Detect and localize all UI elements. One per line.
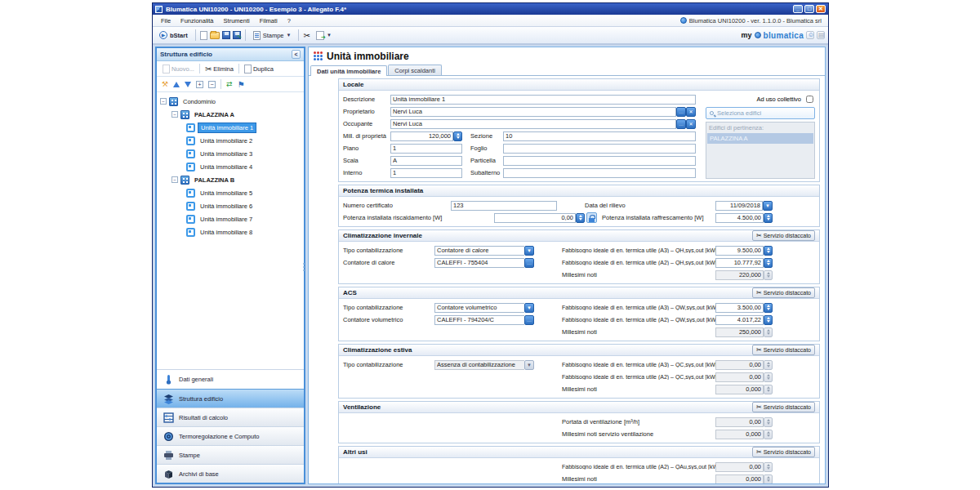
sezione-input[interactable] — [503, 131, 696, 141]
nav-stampe[interactable]: Stampe — [157, 445, 304, 464]
nav-dati-generali[interactable]: Dati generali — [157, 370, 304, 389]
spinner[interactable] — [764, 246, 773, 256]
nav-termoregolazione[interactable]: Termoregolazione e Computo — [157, 426, 304, 445]
proprietario-input[interactable] — [390, 107, 676, 117]
scissors-icon[interactable]: ✂ — [303, 31, 310, 40]
menu-strumenti[interactable]: Strumenti — [219, 16, 255, 25]
wrench-icon[interactable]: ⚒ — [162, 80, 168, 88]
potenza-riscaldamento-input[interactable] — [494, 213, 576, 223]
sidebar-splitter[interactable] — [302, 260, 305, 274]
tree-node-unita-5[interactable]: Unità immobiliare 5 — [158, 186, 302, 199]
ad-uso-collettivo-checkbox[interactable] — [806, 96, 813, 103]
fabbisogno-a2-input[interactable] — [715, 258, 764, 268]
tree-node-unita-3[interactable]: Unità immobiliare 3 — [158, 147, 302, 160]
servizio-distaccato-button[interactable]: ✂ Servizio distaccato — [752, 287, 815, 298]
tree-node-palazzina-b[interactable]: − PALAZZINA B — [158, 173, 302, 186]
mill-spinner[interactable] — [453, 131, 462, 141]
user-badge-icon[interactable] — [806, 31, 814, 39]
maximize-button[interactable]: □ — [804, 5, 814, 13]
spinner[interactable] — [764, 315, 773, 325]
new-file-icon[interactable] — [200, 31, 207, 40]
clear-button[interactable]: ✕ — [686, 119, 696, 129]
menu-filmati[interactable]: Filmati — [255, 16, 283, 25]
sidebar-header: Struttura edificio < — [157, 48, 304, 61]
menu-help[interactable]: ? — [283, 16, 296, 25]
edifici-list-item[interactable]: PALAZZINA A — [707, 133, 813, 144]
tree-node-unita-4[interactable]: Unità immobiliare 4 — [158, 160, 302, 173]
elimina-button[interactable]: ✂ Elimina — [202, 63, 237, 75]
lock-button[interactable] — [586, 212, 597, 223]
tree-node-unita-2[interactable]: Unità immobiliare 2 — [158, 134, 302, 147]
nav-struttura-edificio[interactable]: Struttura edificio — [157, 389, 304, 408]
open-folder-icon[interactable] — [210, 32, 220, 39]
clear-button[interactable]: ✕ — [686, 107, 696, 117]
servizio-distaccato-button[interactable]: ✂ Servizio distaccato — [752, 345, 815, 355]
close-button[interactable]: ✕ — [816, 5, 826, 13]
potenza-raffrescamento-input[interactable] — [715, 213, 764, 223]
particella-input[interactable] — [503, 156, 696, 166]
spinner[interactable] — [764, 303, 773, 313]
occupante-input[interactable] — [390, 119, 676, 129]
fabbisogno-a3-input[interactable] — [715, 246, 764, 256]
tipo-contabilizzazione-select[interactable] — [434, 246, 524, 256]
browse-button[interactable]: … — [676, 119, 686, 129]
flag-icon[interactable]: ⚑ — [238, 80, 245, 89]
expand-all-icon[interactable]: + — [196, 81, 203, 88]
descrizione-input[interactable] — [390, 95, 696, 105]
save-as-icon[interactable] — [233, 31, 241, 39]
fabbisogno-a3-input[interactable] — [715, 303, 764, 313]
tree-node-unita-7[interactable]: Unità immobiliare 7 — [158, 212, 302, 225]
tree-node-unita-8[interactable]: Unità immobiliare 8 — [158, 225, 302, 238]
tree-node-condominio[interactable]: − Condominio — [158, 95, 302, 108]
contatore-calore-input[interactable] — [434, 258, 524, 268]
mill-input[interactable] — [390, 131, 453, 141]
spinner[interactable] — [764, 213, 773, 223]
transfer-icon[interactable]: ⇄ — [226, 80, 233, 88]
foglio-input[interactable] — [503, 144, 696, 154]
piano-input[interactable] — [390, 144, 462, 154]
tree-node-palazzina-a[interactable]: − PALAZZINA A — [158, 108, 302, 121]
servizio-distaccato-button[interactable]: ✂ Servizio distaccato — [752, 447, 815, 457]
duplica-button[interactable]: Duplica — [241, 63, 277, 75]
tab-corpi-scaldanti[interactable]: Corpi scaldanti — [388, 65, 442, 75]
expander-minus[interactable]: − — [172, 111, 178, 118]
menu-file[interactable]: File — [156, 16, 176, 25]
move-up-icon[interactable] — [173, 82, 180, 87]
browse-button[interactable]: … — [524, 315, 534, 325]
servizio-distaccato-button[interactable]: ✂ Servizio distaccato — [752, 402, 815, 412]
scala-input[interactable] — [390, 156, 462, 166]
minimize-button[interactable]: _ — [793, 5, 803, 13]
calendar-dropdown-button[interactable]: ▼ — [763, 201, 773, 211]
nav-archivi-di-base[interactable]: Archivi di base — [157, 464, 304, 483]
tipo-contabilizzazione-select[interactable] — [434, 303, 524, 313]
subalterno-input[interactable] — [503, 168, 696, 178]
collapse-panel-button[interactable]: < — [292, 50, 301, 59]
tree-node-unita-1[interactable]: Unità immobiliare 1 — [158, 121, 302, 134]
fabbisogno-a2-input[interactable] — [715, 315, 764, 325]
stampe-button[interactable]: Stampe ▼ — [250, 29, 295, 42]
seleziona-edifici-search[interactable]: Seleziona edifici — [706, 107, 815, 119]
move-down-icon[interactable] — [185, 82, 191, 87]
export-button[interactable]: ▼ — [313, 29, 335, 42]
numero-certificato-input[interactable] — [451, 201, 557, 211]
servizio-distaccato-button[interactable]: ✂ Servizio distaccato — [752, 230, 815, 241]
contatore-volumetrico-input[interactable] — [434, 315, 524, 325]
nuovo-button[interactable]: Nuovo... — [159, 63, 198, 75]
collapse-all-icon[interactable]: − — [208, 81, 216, 88]
bstart-button[interactable]: ▶ bStart — [156, 29, 191, 41]
expander-minus[interactable]: − — [172, 176, 178, 183]
combo-dropdown-button[interactable]: ▼ — [524, 246, 534, 256]
tab-dati-unita-immobiliare[interactable]: Dati unità immobiliare — [310, 65, 387, 76]
menu-funzionalita[interactable]: Funzionalità — [176, 16, 218, 25]
spinner[interactable] — [764, 258, 773, 268]
combo-dropdown-button[interactable]: ▼ — [524, 303, 534, 313]
browse-button[interactable]: … — [524, 258, 534, 268]
expander-minus[interactable]: − — [160, 98, 167, 105]
save-icon[interactable] — [222, 31, 230, 39]
tree-node-unita-6[interactable]: Unità immobiliare 6 — [158, 199, 302, 212]
spinner[interactable] — [576, 213, 585, 223]
browse-button[interactable]: … — [676, 107, 686, 117]
data-rilievo-input[interactable] — [715, 201, 763, 211]
interno-input[interactable] — [390, 168, 462, 178]
nav-risultati-di-calcolo[interactable]: Risultati di calcolo — [157, 408, 304, 426]
